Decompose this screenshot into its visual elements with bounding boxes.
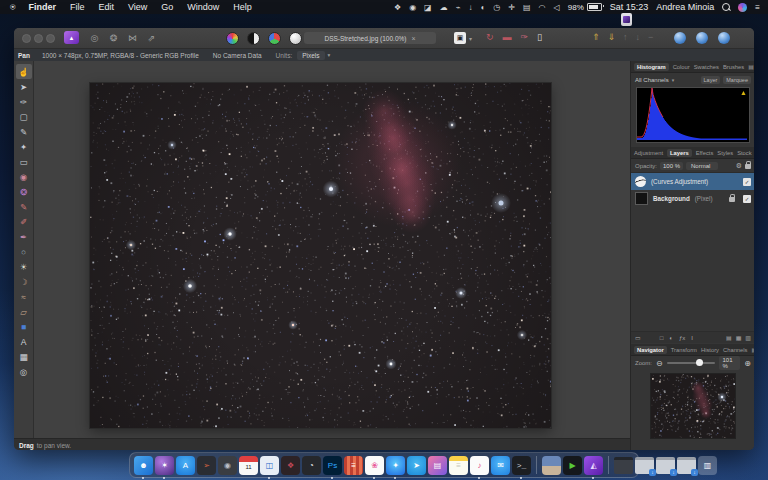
layer-visibility-checkbox[interactable]: ✓ — [743, 195, 751, 203]
dock-striped-app[interactable]: ≡ — [344, 456, 363, 475]
clone-stamp-tool[interactable]: ✒ — [16, 229, 32, 244]
tab-channels[interactable]: Channels — [723, 347, 748, 353]
slice-icon[interactable]: ▬ — [503, 32, 512, 42]
dock-telegram[interactable]: ➤ — [407, 456, 426, 475]
tab-styles[interactable]: Styles — [717, 150, 733, 156]
auto-colours-button[interactable] — [226, 32, 239, 45]
battery-indicator[interactable]: 98% — [568, 3, 602, 12]
tab-effects[interactable]: Effects — [696, 150, 714, 156]
text-layer-icon[interactable]: I — [691, 335, 693, 341]
move-forward-icon[interactable]: ⇓ — [608, 32, 616, 42]
flood-fill-tool[interactable]: ◉ — [16, 169, 32, 184]
clipping-warning-icon[interactable]: ▲ — [740, 89, 747, 96]
marquee-toggle-button[interactable]: Marquee — [723, 76, 751, 84]
export-persona-icon[interactable]: ⇗ — [145, 31, 158, 44]
dock-notes[interactable]: ≡ — [449, 456, 468, 475]
flood-select-tool[interactable]: ✦ — [16, 139, 32, 154]
dock-image-file[interactable] — [542, 456, 561, 475]
erase-tool[interactable]: ▱ — [16, 304, 32, 319]
dock-finder[interactable]: ☻ — [134, 456, 153, 475]
rotate-icon[interactable]: ↻ — [486, 32, 494, 42]
wifi-icon[interactable]: ◠ — [539, 3, 546, 12]
menu-finder[interactable]: Finder — [28, 2, 56, 12]
zoom-value[interactable]: 101 % — [719, 356, 740, 370]
new-group-icon[interactable]: ▤ — [726, 334, 732, 341]
dock-trash[interactable]: ▥ — [698, 456, 717, 475]
mask-layer-icon[interactable]: □ — [660, 335, 664, 341]
menu-view[interactable]: View — [128, 2, 147, 12]
auto-contrast-button[interactable] — [247, 32, 260, 45]
tab-swatches[interactable]: Swatches — [694, 64, 719, 70]
siri-icon[interactable] — [738, 3, 747, 12]
move-to-back-icon[interactable]: ↓ — [636, 32, 641, 42]
dock-safari[interactable]: ✦ — [386, 456, 405, 475]
dock-minimized-window[interactable]: ↓ — [635, 457, 654, 474]
zoom-in-icon[interactable]: ⊕ — [744, 359, 751, 368]
tab-history[interactable]: History — [701, 347, 719, 353]
display-icon[interactable]: ▤ — [523, 3, 531, 12]
document-image[interactable] — [90, 83, 551, 428]
live-filter-icon[interactable]: ƒx — [679, 335, 685, 341]
snapping-sphere-icon[interactable] — [718, 32, 730, 44]
dock-music[interactable]: ♪ — [470, 456, 489, 475]
dock-news-app[interactable]: ▤ — [428, 456, 447, 475]
dock-media-app[interactable]: ▶ — [563, 456, 582, 475]
cloud-icon[interactable]: ☁ — [440, 3, 448, 12]
snapping-sphere-icon[interactable] — [696, 32, 708, 44]
panel-menu-icon[interactable]: ▤ — [752, 346, 755, 353]
dock-affinity-photo[interactable]: ◭ — [584, 456, 603, 475]
move-to-front-icon[interactable]: ⇑ — [592, 32, 600, 42]
dock-camera-app[interactable]: ◔ — [302, 456, 321, 475]
tab-brushes[interactable]: Brushes — [723, 64, 744, 70]
zoom-slider-knob[interactable] — [696, 359, 703, 366]
comment-icon[interactable]: ▭ — [635, 334, 641, 341]
desktop-document-icon[interactable] — [621, 13, 632, 26]
menu-file[interactable]: File — [70, 2, 85, 12]
units-dropdown[interactable]: Pixels — [297, 51, 324, 60]
tab-histogram[interactable]: Histogram — [634, 63, 669, 71]
tone-mapping-persona-icon[interactable]: ⋈ — [126, 31, 139, 44]
volume-icon[interactable]: ◁ — [554, 3, 560, 12]
dock-minimized-window[interactable] — [614, 457, 633, 474]
device-icon[interactable]: ▯ — [537, 32, 542, 42]
notification-icon[interactable]: ◪ — [424, 3, 432, 12]
clock-icon[interactable]: ◷ — [493, 3, 500, 12]
channels-dropdown[interactable]: All Channels ▾ — [635, 77, 674, 83]
pixel-tool[interactable]: ✐ — [16, 214, 32, 229]
dropbox-icon[interactable]: ❖ — [394, 3, 401, 12]
zoom-window-button[interactable] — [46, 34, 55, 43]
tab-adjustment[interactable]: Adjustment — [634, 150, 663, 156]
opacity-dropdown[interactable]: 100 % — [660, 162, 683, 170]
auto-levels-button[interactable] — [268, 32, 281, 45]
menu-go[interactable]: Go — [161, 2, 173, 12]
menu-help[interactable]: Help — [233, 2, 252, 12]
dock-chat-app[interactable]: ✉ — [491, 456, 510, 475]
tab-colour[interactable]: Colour — [673, 64, 690, 70]
marquee-tool[interactable]: ▭ — [16, 154, 32, 169]
layer-row-background[interactable]: Background (Pixel) ✓ — [631, 190, 754, 207]
dock-app-store[interactable]: A — [176, 456, 195, 475]
zoom-slider[interactable] — [667, 362, 716, 364]
dock-virtualbox[interactable]: ◫ — [260, 456, 279, 475]
view-tool[interactable]: ☝ — [16, 64, 32, 79]
zoom-out-icon[interactable]: ⊖ — [656, 359, 663, 368]
tab-layers[interactable]: Layers — [667, 149, 692, 157]
tab-navigator[interactable]: Navigator — [634, 346, 667, 354]
paint-brush-tool[interactable]: ✎ — [16, 199, 32, 214]
dock-photos[interactable]: ❀ — [365, 456, 384, 475]
blur-tool[interactable]: ○ — [16, 244, 32, 259]
dock-rocket-app[interactable]: ➢ — [197, 456, 216, 475]
toggle-icon[interactable]: ◐ — [481, 3, 486, 12]
dock-dark-red-app[interactable]: ❖ — [281, 456, 300, 475]
panel-menu-icon[interactable]: ▤ — [748, 63, 754, 70]
lock-icon[interactable] — [745, 164, 751, 169]
mesh-tool[interactable]: ▦ — [16, 349, 32, 364]
gradient-tool[interactable]: ❂ — [16, 184, 32, 199]
colour-picker-tool[interactable]: ✑ — [16, 94, 32, 109]
spotlight-search-icon[interactable] — [722, 3, 730, 11]
document-tab[interactable]: DSS-Stretched.jpg (100.0%) × — [304, 32, 436, 44]
photo-persona-icon[interactable]: ▲ — [64, 31, 79, 44]
navigator-thumbnail[interactable] — [651, 374, 735, 438]
dock-photoshop[interactable]: Ps — [323, 456, 342, 475]
zoom-tool[interactable]: ◎ — [16, 364, 32, 379]
